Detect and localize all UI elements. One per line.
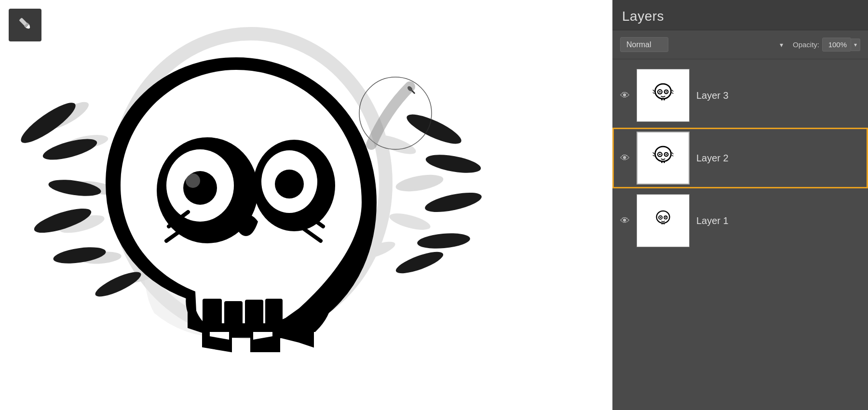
svg-point-9 <box>394 172 445 195</box>
svg-point-16 <box>186 173 200 188</box>
svg-rect-46 <box>661 98 663 100</box>
layer1-name: Layer 1 <box>696 215 729 226</box>
opacity-value[interactable]: 100% <box>822 38 851 52</box>
canvas-area[interactable] <box>0 0 612 410</box>
svg-point-32 <box>423 189 483 216</box>
layer1-thumbnail <box>637 194 690 247</box>
svg-rect-23 <box>265 299 283 325</box>
brush-icon <box>15 15 35 35</box>
layer2-name: Layer 2 <box>696 153 729 164</box>
layers-panel: Layers Normal Multiply Screen Overlay Op… <box>612 0 868 410</box>
svg-point-19 <box>275 170 304 198</box>
svg-point-29 <box>93 267 144 301</box>
svg-point-59 <box>665 154 667 155</box>
blend-mode-wrapper: Normal Multiply Screen Overlay <box>620 37 788 52</box>
layers-panel-header: Layers <box>612 0 868 30</box>
layer1-thumb-svg <box>641 199 685 242</box>
svg-rect-21 <box>224 301 243 325</box>
svg-rect-47 <box>664 98 665 100</box>
svg-rect-75 <box>664 223 665 225</box>
svg-rect-61 <box>664 161 665 163</box>
svg-rect-66 <box>641 199 685 242</box>
svg-point-26 <box>47 177 102 198</box>
svg-point-33 <box>417 231 471 250</box>
layer3-thumbnail <box>637 69 690 122</box>
svg-rect-20 <box>203 299 222 325</box>
layers-list: 👁 <box>612 59 868 410</box>
brush-tool-button[interactable] <box>9 9 41 41</box>
svg-point-42 <box>659 91 661 93</box>
svg-point-31 <box>424 151 482 176</box>
opacity-dropdown-button[interactable]: ▾ <box>851 39 860 51</box>
layer3-visibility-toggle[interactable]: 👁 <box>620 90 630 101</box>
svg-rect-60 <box>661 161 663 163</box>
svg-point-45 <box>665 91 667 93</box>
svg-point-30 <box>404 109 465 149</box>
svg-point-70 <box>660 217 661 218</box>
blend-mode-select[interactable]: Normal Multiply Screen Overlay <box>620 37 668 52</box>
svg-rect-74 <box>662 223 663 225</box>
svg-rect-52 <box>641 136 685 180</box>
layer3-thumb-svg <box>641 74 685 117</box>
layer-item-3[interactable]: 👁 <box>612 65 868 126</box>
svg-point-34 <box>393 248 445 278</box>
canvas-svg <box>0 0 612 410</box>
layer1-visibility-toggle[interactable]: 👁 <box>620 215 630 226</box>
svg-rect-38 <box>641 74 685 117</box>
layer3-name: Layer 3 <box>696 90 729 101</box>
layer2-thumbnail <box>637 132 690 185</box>
svg-rect-22 <box>245 300 263 325</box>
svg-point-10 <box>388 210 432 233</box>
layers-title: Layers <box>622 9 664 24</box>
layers-controls: Normal Multiply Screen Overlay Opacity: … <box>612 30 868 59</box>
svg-point-56 <box>659 154 661 155</box>
layer-item-2[interactable]: 👁 <box>612 128 868 188</box>
svg-point-73 <box>665 217 666 218</box>
layer2-thumb-svg <box>641 136 685 180</box>
opacity-control: Opacity: 100% ▾ <box>793 38 860 52</box>
opacity-label: Opacity: <box>793 40 819 49</box>
layer-item-1[interactable]: 👁 <box>612 190 868 251</box>
layer2-visibility-toggle[interactable]: 👁 <box>620 153 630 164</box>
